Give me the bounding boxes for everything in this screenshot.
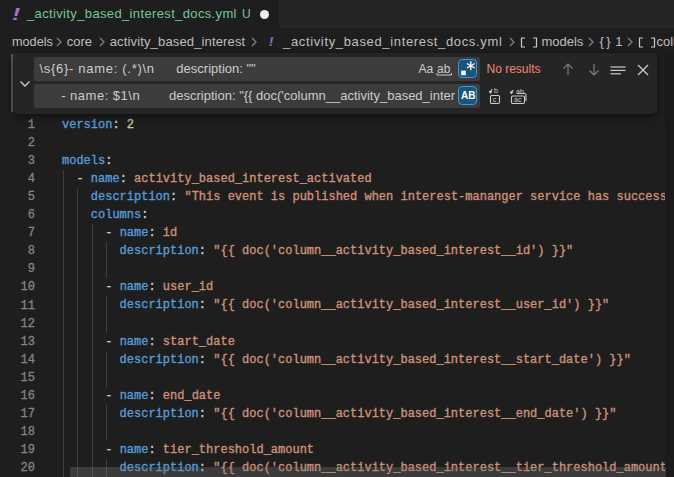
svg-text:ab: ab xyxy=(516,88,524,95)
svg-text:ac: ac xyxy=(514,96,522,103)
svg-text:c: c xyxy=(492,96,496,103)
svg-text:b: b xyxy=(494,87,498,94)
